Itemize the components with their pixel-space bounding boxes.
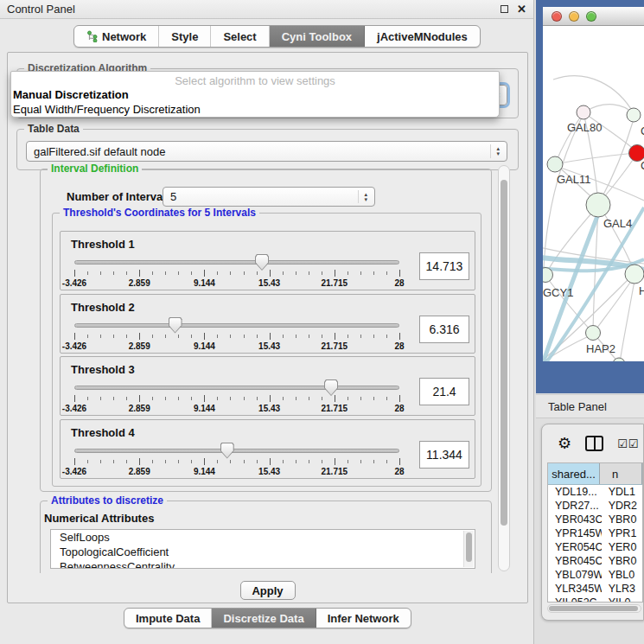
slider-tick-label: -3.426 (62, 278, 86, 288)
slider-tick-label: 28 (394, 404, 404, 413)
split-columns-icon[interactable] (585, 436, 603, 451)
table-row[interactable]: YBR043CYBR0 (548, 513, 642, 526)
network-edge[interactable] (595, 275, 635, 331)
algorithm-option-manual[interactable]: Manual Discretization (13, 88, 129, 101)
thresholds-group: Threshold's Coordinates for 5 Intervals … (52, 213, 481, 487)
attribute-list-item[interactable]: BetweennessCentrality (51, 559, 475, 569)
network-edge[interactable] (599, 117, 634, 203)
network-edge[interactable] (620, 276, 635, 361)
threshold-value-field[interactable]: 21.4 (419, 378, 469, 405)
gear-icon[interactable]: ⚙ (558, 436, 571, 451)
slider-tick-label: 21.715 (322, 341, 348, 351)
threshold-value-field[interactable]: 14.713 (419, 252, 469, 280)
attribute-list-item[interactable]: TopologicalCoefficient (51, 545, 475, 559)
close-traffic-light[interactable] (552, 11, 562, 22)
table-row[interactable]: YER054CYER0 (548, 540, 642, 554)
table-horizontal-scrollbar[interactable] (547, 604, 641, 613)
table-row[interactable]: YPR145WYPR1 (548, 526, 642, 540)
network-icon (86, 30, 98, 42)
tab-cyni-toolbox[interactable]: Cyni Toolbox (270, 26, 365, 47)
table-row[interactable]: YBL079WYBL0 (548, 568, 642, 582)
settings-scrollbar[interactable] (498, 165, 510, 571)
tab-network-label: Network (102, 30, 146, 43)
table-cell: YER054C (548, 540, 602, 554)
network-node[interactable] (577, 105, 590, 119)
attributes-list-scrollbar[interactable] (463, 531, 474, 567)
minimize-traffic-light[interactable] (569, 11, 579, 22)
threshold-value-field[interactable]: 6.316 (419, 316, 469, 343)
slider-tick-label: 9.144 (194, 404, 215, 413)
slider-tick-label: 15.43 (258, 467, 280, 476)
attributes-title: Attributes to discretize (48, 494, 167, 507)
algorithm-option-equal-width[interactable]: Equal Width/Frequency Discretization (13, 103, 201, 116)
threshold-slider[interactable]: -3.4262.8599.14415.4321.71528 (74, 254, 399, 289)
tab-network[interactable]: Network (74, 26, 159, 47)
slider-tick-label: 28 (394, 341, 404, 351)
network-window-titlebar[interactable] (543, 7, 644, 26)
table-row[interactable]: YDL19...YDL1 (548, 485, 642, 499)
network-node[interactable] (625, 265, 644, 284)
table-cell: YLR3 (602, 582, 642, 596)
network-node-label: H (639, 284, 644, 297)
slider-tick-label: 9.144 (194, 278, 215, 288)
network-node[interactable] (627, 108, 641, 122)
table-panel-window: ⚙ ☑☑ shared...n YDL19...YDL1YDR27...YDR2… (541, 424, 644, 621)
table-row[interactable]: YDR27...YDR2 (548, 499, 642, 513)
table-cell: YPR1 (602, 526, 642, 540)
table-column-header[interactable]: n (600, 463, 642, 484)
table-row[interactable]: YBR045CYBR0 (548, 554, 642, 568)
threshold-panel-3: Threshold 3-3.4262.8599.14415.4321.71528… (60, 356, 475, 416)
network-canvas[interactable]: GAL80G.CGAL11GAL4GCY1HHAP2 (543, 26, 644, 361)
checkbox-icons[interactable]: ☑☑ (617, 437, 639, 450)
threshold-slider[interactable]: -3.4262.8599.14415.4321.71528 (74, 379, 399, 414)
table-data-combobox[interactable]: galFiltered.sif default node ▴▾ (26, 141, 507, 162)
zoom-traffic-light[interactable] (586, 11, 596, 22)
network-node[interactable] (586, 193, 610, 217)
table-row[interactable]: YLR345WYLR3 (548, 582, 642, 596)
table-cell: YIL052C (548, 596, 602, 603)
network-edge[interactable] (544, 114, 583, 268)
slider-tick-label: 2.859 (129, 404, 150, 413)
slider-tick-label: 9.144 (194, 467, 215, 476)
algorithm-placeholder-option[interactable]: Select algorithm to view settings (11, 74, 499, 87)
table-column-header[interactable]: shared... (548, 463, 600, 484)
node-table[interactable]: shared...n YDL19...YDL1YDR27...YDR2YBR04… (547, 462, 643, 603)
attribute-list-item[interactable]: SelfLoops (51, 530, 475, 545)
network-edge[interactable] (583, 105, 634, 114)
network-edge[interactable] (556, 112, 583, 163)
table-cell: YER0 (602, 540, 642, 554)
numerical-attributes-list[interactable]: SelfLoopsTopologicalCoefficientBetweenne… (50, 529, 475, 569)
tab-impute-data[interactable]: Impute Data (124, 609, 212, 628)
slider-tick-label: 21.715 (322, 278, 348, 288)
slider-thumb[interactable] (220, 443, 234, 459)
tab-style[interactable]: Style (159, 26, 211, 47)
tab-discretize-data[interactable]: Discretize Data (212, 609, 316, 628)
network-edge[interactable] (556, 153, 635, 164)
threshold-slider[interactable]: -3.4262.8599.14415.4321.71528 (74, 443, 399, 477)
float-window-icon[interactable] (501, 5, 508, 13)
tab-infer-network[interactable]: Infer Network (316, 609, 411, 628)
table-cell: YBL079W (548, 568, 602, 582)
threshold-slider[interactable]: -3.4262.8599.14415.4321.71528 (74, 317, 399, 352)
slider-tick-label: 15.43 (258, 278, 280, 288)
close-icon[interactable]: ✕ (517, 3, 526, 15)
table-row[interactable]: YIL052CYIL0 (548, 596, 642, 603)
tab-select[interactable]: Select (211, 26, 269, 47)
spinner-arrows-icon: ▴▾ (358, 190, 367, 203)
table-cell: YBR043C (548, 513, 602, 526)
slider-thumb[interactable] (255, 254, 269, 271)
network-node-label: C (641, 159, 644, 172)
slider-thumb[interactable] (169, 317, 182, 334)
slider-thumb[interactable] (324, 379, 338, 396)
slider-tick-label: -3.426 (62, 341, 86, 351)
slider-tick-label: 21.715 (322, 404, 348, 413)
table-panel-title: Table Panel (548, 400, 607, 413)
table-cell: YDR27... (548, 499, 602, 513)
threshold-value-field[interactable]: 11.344 (419, 441, 469, 469)
tab-jactivemnodules[interactable]: jActiveMNodules (365, 26, 480, 47)
apply-button[interactable]: Apply (240, 581, 296, 600)
number-of-intervals-spinner[interactable]: 5 ▴▾ (163, 187, 375, 207)
network-node[interactable] (547, 156, 563, 172)
network-node[interactable] (586, 326, 601, 341)
slider-tick-label: 28 (394, 467, 404, 476)
